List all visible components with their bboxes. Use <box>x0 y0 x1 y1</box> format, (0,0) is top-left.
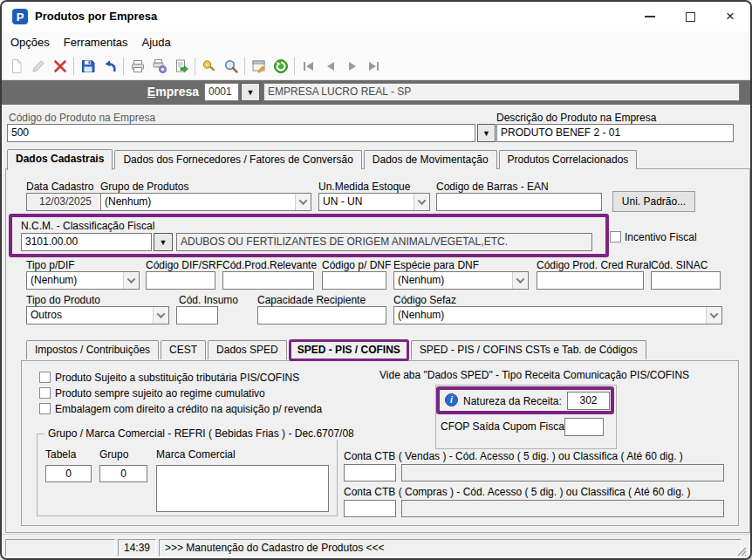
marca-comercial-field[interactable] <box>156 465 329 512</box>
product-description-field[interactable]: PRODUTO BENEF 2 - 01 <box>496 124 734 142</box>
product-code-field[interactable]: 500 <box>7 124 475 142</box>
window-title: Produtos por Empresa <box>35 10 157 23</box>
ncm-dropdown-button[interactable]: ▼ <box>154 233 173 251</box>
empresa-name-field: EMPRESA LUCRO REAL - SP <box>263 83 740 101</box>
codigo-dif-field[interactable] <box>146 271 215 290</box>
toolbar-separator <box>244 58 245 75</box>
edit-button[interactable] <box>27 55 49 77</box>
window: P Produtos por Empresa × Opções Ferramen… <box>0 0 752 560</box>
empresa-dropdown-button[interactable]: ▼ <box>241 83 260 101</box>
subtab-impostos-contribuicoes[interactable]: Impostos / Contribuições <box>26 340 159 359</box>
capacidade-field[interactable] <box>257 306 386 324</box>
tab-fornecedores-conversao[interactable]: Dados dos Fornecedores / Fatores de Conv… <box>114 150 361 169</box>
data-cadastro-field[interactable]: 12/03/2025 <box>26 193 105 211</box>
menu-ferramentas[interactable]: Ferramentas <box>64 36 128 49</box>
chevron-down-icon <box>157 310 166 318</box>
cfop-field[interactable] <box>564 418 604 436</box>
save-button[interactable] <box>77 55 99 77</box>
nav-last-icon <box>369 62 376 71</box>
menu-ajuda[interactable]: Ajuda <box>142 36 171 49</box>
toolbar-separator <box>73 58 74 75</box>
nav-first-button[interactable] <box>297 55 319 77</box>
unidade-select[interactable]: UN - UN <box>318 193 430 211</box>
conta-vendas-code-field[interactable] <box>344 464 396 481</box>
chevron-down-icon <box>299 196 308 205</box>
marca-comercial-group-title: Grupo / Marca Comercial - REFRI ( Bebida… <box>44 427 358 440</box>
sefaz-chevron[interactable] <box>706 307 721 324</box>
nav-next-button[interactable] <box>341 55 363 77</box>
ncm-code-field[interactable]: 3101.00.00 <box>21 233 152 251</box>
tab-produtos-correlacionados[interactable]: Produtos Correlacionados <box>499 150 638 169</box>
subtab-sped-pis-cofins[interactable]: SPED - PIS / COFINS <box>289 339 409 361</box>
tipo-produto-label: Tipo do Produto <box>26 294 100 306</box>
incentivo-fiscal-label: Incentivo Fiscal <box>625 231 697 243</box>
grupo-produtos-chevron[interactable] <box>295 194 311 210</box>
especie-dnf-label: Espécie para DNF <box>393 259 479 271</box>
cod-insumo-label: Cód. Insumo <box>179 294 238 306</box>
data-cadastro-label: Data Cadastro <box>26 181 93 193</box>
minimize-button[interactable] <box>630 2 670 31</box>
tipo-produto-select[interactable]: Outros <box>26 306 169 324</box>
grupo-produtos-label: Grupo de Produtos <box>100 181 188 193</box>
especie-dnf-value: (Nenhum) <box>398 274 444 286</box>
refresh-button[interactable] <box>270 55 291 77</box>
sefaz-select[interactable]: (Nenhum) <box>393 306 722 324</box>
nav-last-button[interactable] <box>363 55 385 77</box>
delete-button[interactable] <box>49 55 71 77</box>
codigo-dnf-field[interactable] <box>322 271 386 290</box>
menu-opcoes[interactable]: Opções <box>10 36 50 49</box>
resize-grip[interactable] <box>737 547 747 557</box>
tab-dados-movimentacao[interactable]: Dados de Movimentação <box>364 150 497 169</box>
cod-prod-relevante-field[interactable] <box>222 271 314 290</box>
natureza-receita-field[interactable]: 302 <box>567 392 610 410</box>
nav-previous-button[interactable] <box>319 55 341 77</box>
unidade-chevron[interactable] <box>414 194 429 210</box>
regime-cumulativo-label: Produto sempre sujeito ao regime cumulat… <box>55 387 265 400</box>
maximize-button[interactable] <box>670 2 710 31</box>
key-icon <box>202 58 217 74</box>
subtab-sped-csts-codigos[interactable]: SPED - PIS / COFINS CSTs e Tab. de Códig… <box>411 340 646 359</box>
key-button[interactable] <box>198 55 220 77</box>
report-export-button[interactable] <box>170 55 192 77</box>
regime-cumulativo-checkbox[interactable] <box>39 387 51 399</box>
empresa-code-field[interactable]: 0001 <box>204 83 239 101</box>
codigo-dif-label: Código DIF/SRF <box>146 259 222 271</box>
uni-padrao-button[interactable]: Uni. Padrão... <box>612 191 695 212</box>
especie-dnf-select[interactable]: (Nenhum) <box>393 271 529 290</box>
sub-tab-strip: Impostos / Contribuições CEST Dados SPED… <box>26 339 648 359</box>
tipo-produto-chevron[interactable] <box>153 307 168 324</box>
empresa-label: Empresa <box>115 85 199 99</box>
properties-button[interactable] <box>248 55 270 77</box>
especie-dnf-chevron[interactable] <box>512 272 528 289</box>
print-button[interactable] <box>126 55 148 77</box>
conta-compras-code-field[interactable] <box>344 500 396 517</box>
new-document-button[interactable] <box>5 55 27 77</box>
tipo-dif-select[interactable]: (Nenhum) <box>26 271 140 290</box>
cred-rural-field[interactable] <box>537 271 644 290</box>
toolbar-separator <box>294 58 295 75</box>
product-code-dropdown-button[interactable]: ▼ <box>477 124 496 142</box>
product-description-label: Descrição do Produto na Empresa <box>496 112 656 124</box>
embalagem-credito-checkbox[interactable] <box>39 403 51 414</box>
grupo-produtos-select[interactable]: (Nenhum) <box>100 193 311 211</box>
subtab-dados-sped[interactable]: Dados SPED <box>208 340 287 359</box>
cod-insumo-field[interactable] <box>176 306 218 324</box>
ean-field[interactable] <box>436 193 602 211</box>
search-button[interactable] <box>220 55 242 77</box>
grupo-marca-label: Grupo <box>99 448 128 461</box>
tipo-dif-chevron[interactable] <box>123 272 139 289</box>
undo-button[interactable] <box>99 55 120 77</box>
incentivo-fiscal-checkbox[interactable] <box>610 231 621 242</box>
tabela-field[interactable]: 0 <box>45 465 92 482</box>
empresa-bar: Empresa 0001 ▼ EMPRESA LUCRO REAL - SP <box>2 80 750 105</box>
tab-dados-cadastrais[interactable]: Dados Cadastrais <box>7 149 113 170</box>
close-button[interactable]: × <box>710 2 750 31</box>
nav-last-arrow <box>377 62 379 71</box>
print-setup-icon <box>152 58 167 74</box>
sinac-field[interactable] <box>651 271 721 290</box>
print-setup-button[interactable] <box>148 55 170 77</box>
grupo-marca-field[interactable]: 0 <box>99 465 147 482</box>
toolbar-separator <box>195 58 195 75</box>
subtab-cest[interactable]: CEST <box>161 340 206 359</box>
subst-tributaria-checkbox[interactable] <box>39 372 51 383</box>
